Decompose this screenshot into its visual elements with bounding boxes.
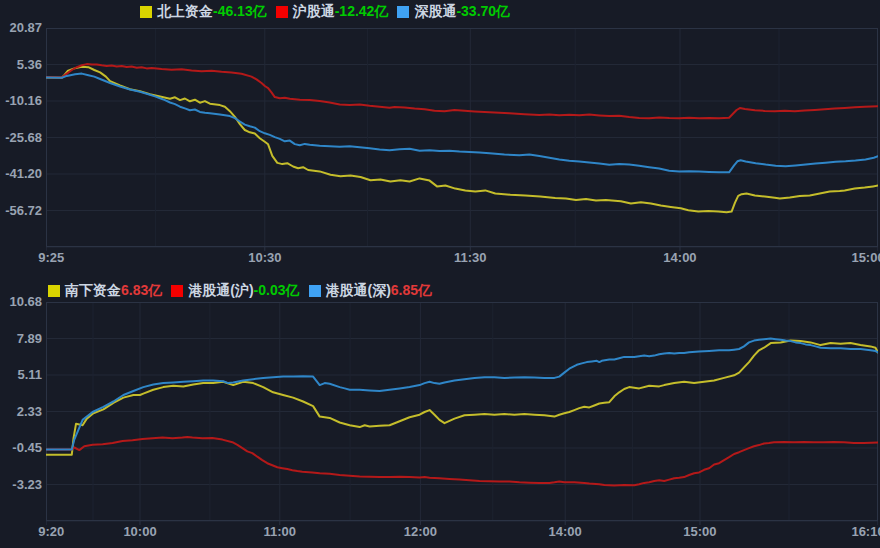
legend-item-sz-connect: 深股通-33.70亿 [397, 4, 510, 19]
legend-label: 北上资金 [157, 4, 213, 19]
y-tick-label: -10.16 [0, 93, 42, 108]
legend-marker-icon [276, 6, 288, 18]
legend-value: -46.13亿 [213, 4, 267, 19]
legend-value: -0.03亿 [254, 283, 300, 298]
legend-marker-icon [171, 285, 183, 297]
x-tick-label: 9:25 [38, 250, 64, 265]
legend-label: 沪股通 [293, 4, 335, 19]
x-tick-label: 11:00 [264, 524, 297, 539]
y-tick-label: -41.20 [0, 166, 42, 181]
legend-marker-icon [48, 285, 60, 297]
legend-value: -12.42亿 [335, 4, 389, 19]
legend-label: 南下资金 [65, 283, 121, 298]
legend-marker-icon [397, 6, 409, 18]
capital-flow-panel: 北上资金-46.13亿沪股通-12.42亿深股通-33.70亿20.875.36… [0, 0, 880, 548]
legend-value: 6.85亿 [391, 283, 432, 298]
northbound-legend: 北上资金-46.13亿沪股通-12.42亿深股通-33.70亿 [140, 4, 519, 19]
y-tick-label: 20.87 [0, 20, 42, 35]
x-tick-label: 16:10 [851, 524, 880, 539]
sz-connect-line [46, 74, 878, 173]
x-tick-label: 14:00 [549, 524, 582, 539]
y-tick-label: -25.68 [0, 130, 42, 145]
y-tick-label: 7.89 [0, 331, 42, 346]
northbound-chart[interactable] [46, 28, 878, 253]
sh-connect-line [46, 64, 878, 118]
north-total-line [46, 67, 878, 213]
x-tick-label: 10:30 [248, 250, 281, 265]
legend-item-north-total: 北上资金-46.13亿 [140, 4, 267, 19]
legend-item-hk-sz: 港股通(深)6.85亿 [309, 283, 433, 298]
legend-label: 深股通 [414, 4, 456, 19]
legend-item-south-total: 南下资金6.83亿 [48, 283, 162, 298]
y-tick-label: 10.68 [0, 294, 42, 309]
y-tick-label: -56.72 [0, 203, 42, 218]
y-tick-label: -0.45 [0, 440, 42, 455]
x-tick-label: 9:20 [38, 524, 64, 539]
x-tick-label: 14:00 [663, 250, 696, 265]
hk-sh-line [46, 437, 878, 486]
southbound-chart[interactable] [46, 302, 878, 527]
legend-item-sh-connect: 沪股通-12.42亿 [276, 4, 389, 19]
y-tick-label: 5.36 [0, 57, 42, 72]
legend-label: 港股通(沪) [188, 283, 253, 298]
x-tick-label: 10:00 [123, 524, 156, 539]
legend-marker-icon [309, 285, 321, 297]
legend-value: 6.83亿 [121, 283, 162, 298]
x-tick-label: 15:00 [851, 250, 880, 265]
y-tick-label: -3.23 [0, 477, 42, 492]
legend-value: -33.70亿 [456, 4, 510, 19]
legend-label: 港股通(深) [326, 283, 391, 298]
x-tick-label: 12:00 [404, 524, 437, 539]
x-tick-label: 15:00 [683, 524, 716, 539]
legend-item-hk-sh: 港股通(沪)-0.03亿 [171, 283, 299, 298]
southbound-legend: 南下资金6.83亿港股通(沪)-0.03亿港股通(深)6.85亿 [48, 283, 441, 298]
y-tick-label: 2.33 [0, 404, 42, 419]
x-tick-label: 11:30 [454, 250, 487, 265]
legend-marker-icon [140, 6, 152, 18]
y-tick-label: 5.11 [0, 367, 42, 382]
